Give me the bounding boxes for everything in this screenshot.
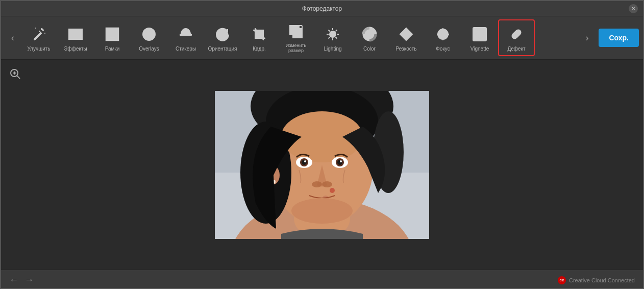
tool-resize-label: Изменить размер	[280, 43, 312, 54]
rotate-icon	[213, 25, 232, 44]
svg-point-42	[517, 35, 518, 36]
tool-lighting[interactable]: Lighting	[314, 19, 351, 56]
svg-line-25	[329, 30, 330, 31]
tool-lighting-label: Lighting	[324, 46, 341, 52]
svg-line-27	[336, 30, 337, 31]
svg-point-43	[517, 33, 518, 34]
creative-cloud-icon: cc	[558, 276, 566, 284]
app-title: Фоторедактор	[302, 5, 342, 12]
svg-point-32	[442, 33, 444, 35]
svg-point-68	[322, 181, 332, 187]
save-button[interactable]: Сохр.	[599, 29, 639, 47]
tool-focus-label: Фокус	[436, 46, 450, 52]
bottom-bar: ← → cc Creative Cloud Connected	[1, 270, 643, 289]
svg-point-65	[304, 160, 306, 162]
tool-frames-label: Рамки	[105, 46, 120, 52]
toolbar-next[interactable]: ›	[579, 22, 595, 53]
svg-point-20	[330, 31, 336, 37]
svg-rect-8	[79, 33, 82, 36]
tool-effects[interactable]: Эффекты	[57, 19, 94, 56]
tool-color[interactable]: Color	[351, 19, 388, 56]
svg-point-0	[42, 29, 44, 31]
photo-image	[215, 91, 429, 239]
svg-rect-17	[293, 29, 302, 38]
svg-rect-14	[180, 34, 192, 36]
title-bar: Фоторедактор	[1, 1, 643, 16]
prev-icon: ‹	[11, 33, 14, 43]
circle-frame-icon	[139, 25, 159, 44]
tool-overlays[interactable]: Overlays	[131, 19, 167, 56]
tool-enhance[interactable]: Улучшить	[20, 19, 57, 56]
tool-stickers-label: Стикеры	[176, 46, 196, 52]
bottom-controls: ← →	[9, 275, 34, 285]
main-content	[1, 60, 643, 270]
frame-icon	[103, 25, 122, 44]
zoom-in-icon[interactable]	[9, 68, 21, 83]
svg-rect-7	[79, 29, 82, 32]
tool-effects-label: Эффекты	[64, 46, 87, 52]
tool-frames[interactable]: Рамки	[94, 19, 131, 56]
svg-point-66	[340, 160, 342, 162]
next-icon: ›	[585, 33, 588, 43]
svg-point-13	[145, 31, 153, 38]
svg-line-26	[336, 37, 337, 38]
hat-icon	[176, 25, 195, 44]
focus-icon	[433, 25, 453, 44]
svg-point-38	[476, 30, 484, 38]
tool-sharpness[interactable]: Резкость	[388, 19, 425, 56]
svg-point-2	[44, 33, 45, 34]
tool-crop-label: Кадр.	[253, 46, 266, 52]
redo-button[interactable]: →	[24, 275, 34, 285]
film-icon	[66, 25, 85, 44]
svg-rect-9	[79, 37, 82, 39]
color-wheel-icon	[360, 25, 379, 44]
cc-status: cc Creative Cloud Connected	[558, 276, 635, 284]
tool-orientation[interactable]: Ориентация	[204, 19, 241, 56]
tool-orientation-label: Ориентация	[208, 46, 237, 52]
vignette-icon	[470, 25, 489, 44]
sun-icon	[323, 25, 342, 44]
svg-point-44	[515, 35, 516, 36]
svg-rect-4	[69, 29, 72, 32]
toolbar: ‹ Улучшить Эффекты Рамки	[1, 16, 643, 60]
svg-rect-11	[108, 30, 116, 38]
wand-icon	[29, 25, 48, 44]
resize-icon	[286, 22, 306, 41]
bandage-icon	[507, 25, 526, 44]
tool-vignette-label: Vignette	[470, 46, 489, 52]
svg-point-75	[330, 188, 335, 193]
svg-rect-5	[69, 33, 72, 36]
undo-button[interactable]: ←	[9, 275, 18, 285]
tool-color-label: Color	[363, 46, 376, 52]
svg-line-28	[329, 37, 330, 38]
svg-line-46	[17, 76, 20, 79]
svg-rect-6	[69, 37, 72, 39]
svg-point-1	[35, 28, 36, 29]
tool-crop[interactable]: Кадр.	[241, 19, 278, 56]
tool-blemish-label: Дефект	[507, 46, 525, 52]
svg-point-63	[302, 160, 307, 165]
close-button[interactable]	[629, 4, 638, 13]
canvas-area	[1, 60, 643, 270]
tool-stickers[interactable]: Стикеры	[167, 19, 204, 56]
tool-enhance-label: Улучшить	[27, 46, 50, 52]
svg-point-72	[291, 198, 353, 224]
tool-sharpness-label: Резкость	[396, 46, 417, 52]
toolbar-prev[interactable]: ‹	[5, 22, 20, 53]
svg-point-64	[337, 160, 342, 165]
diamond-icon	[397, 25, 416, 44]
svg-rect-15	[255, 30, 263, 38]
cc-status-text: Creative Cloud Connected	[569, 277, 635, 283]
tool-blemish[interactable]: Дефект	[498, 19, 535, 56]
tool-resize[interactable]: Изменить размер	[278, 19, 314, 56]
crop-icon	[250, 25, 269, 44]
tool-focus[interactable]: Фокус	[425, 19, 461, 56]
tool-vignette[interactable]: Vignette	[461, 19, 498, 56]
toolbar-items: Улучшить Эффекты Рамки Overlays	[20, 19, 579, 56]
save-area: Сохр.	[599, 29, 639, 47]
svg-point-67	[312, 181, 322, 187]
photo-canvas	[215, 91, 429, 239]
tool-overlays-label: Overlays	[139, 46, 159, 52]
svg-marker-30	[400, 28, 412, 40]
svg-point-41	[515, 33, 516, 34]
